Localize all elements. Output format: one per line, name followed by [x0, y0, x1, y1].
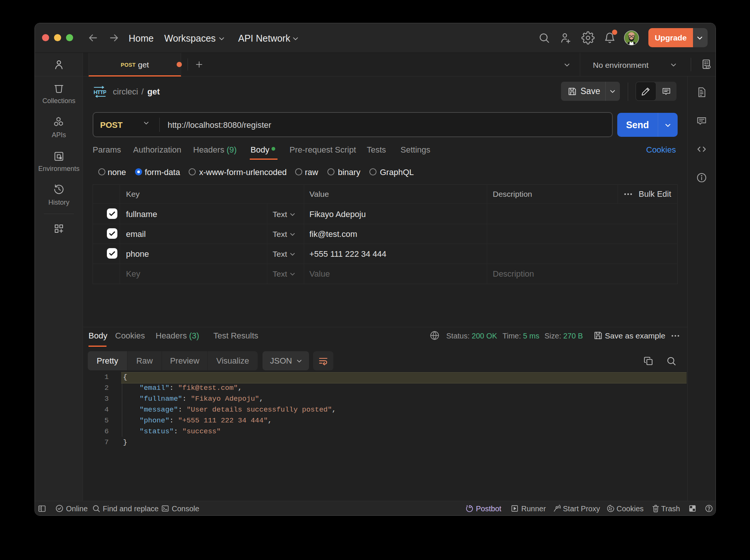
svg-text:HTTP: HTTP [94, 89, 106, 95]
